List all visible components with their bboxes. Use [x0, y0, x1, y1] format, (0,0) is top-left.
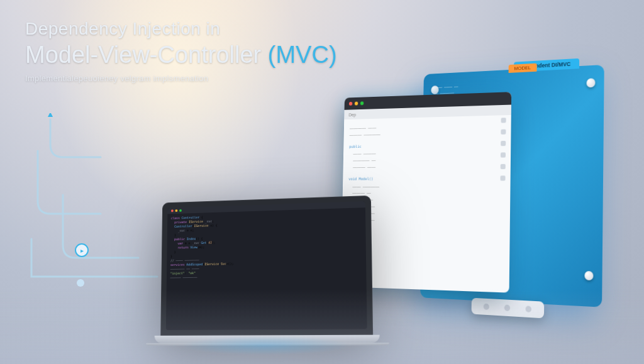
floor-gradient: [0, 289, 644, 364]
browser-sidebar: [496, 118, 508, 286]
panel-tab-orange: MODEL: [508, 63, 536, 73]
min-dot-icon: [175, 209, 178, 212]
close-dot-icon: [349, 102, 352, 106]
tool-icon: [501, 130, 506, 135]
max-dot-icon: [179, 209, 182, 212]
svg-text:▸: ▸: [80, 247, 84, 254]
gear-icon: [500, 175, 505, 180]
svg-marker-0: [48, 113, 53, 117]
subtitle: Implementialepeuoieney velgram implsmena…: [25, 74, 337, 83]
min-dot-icon: [355, 102, 358, 106]
hero-title-block: Dependency Injection in Model-View-Contr…: [25, 19, 337, 83]
code-section: void Model(): [348, 175, 504, 182]
title-acronym: (MVC): [268, 41, 337, 68]
tool-icon: [501, 141, 506, 146]
title-main: Model-View-Controller: [25, 41, 261, 68]
svg-point-2: [77, 279, 84, 287]
pin-icon: [584, 271, 593, 280]
plus-icon: [501, 118, 506, 123]
tool-icon: [501, 164, 506, 169]
tool-icon: [501, 152, 506, 157]
pin-icon: [586, 78, 595, 87]
browser-tab: Dep: [348, 113, 356, 117]
svg-point-1: [75, 244, 88, 256]
max-dot-icon: [360, 101, 364, 105]
close-dot-icon: [171, 209, 174, 212]
title-line-2: Model-View-Controller (MVC): [25, 41, 337, 69]
title-line-1: Dependency Injection in: [25, 19, 337, 39]
